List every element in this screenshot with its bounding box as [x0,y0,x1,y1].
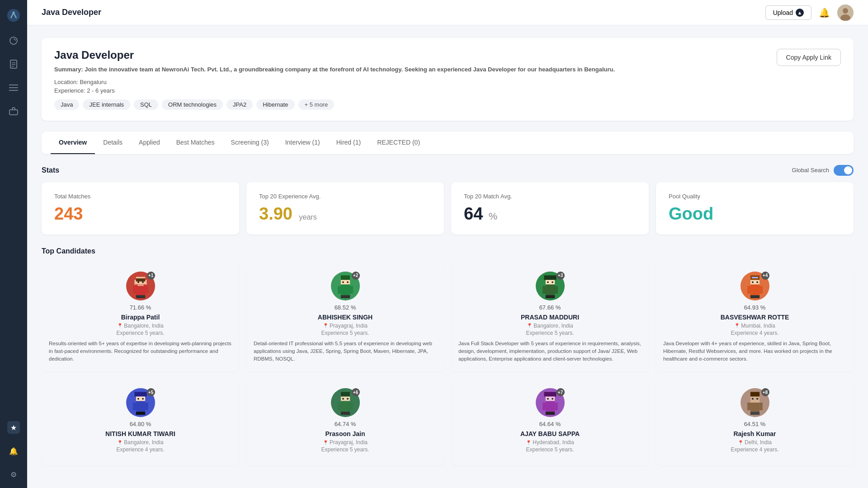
copy-apply-link-button[interactable]: Copy Apply Link [777,49,841,66]
svg-rect-18 [133,286,136,294]
candidate-avatar-wrap: +6 [331,388,360,417]
candidate-match: 64.64 % [539,421,561,427]
candidate-card[interactable]: +2 68.52 % ABHISHEK SINGH 📍Prayagraj, In… [246,263,444,372]
svg-rect-89 [756,398,758,399]
svg-point-2 [10,37,17,44]
avatar-badge: +6 [352,388,360,396]
tab-hired[interactable]: Hired (1) [328,131,369,154]
header: Java Developer Upload ▲ 🔔 [27,0,868,25]
candidate-name: Rajesh Kumar [733,430,776,437]
svg-rect-69 [340,392,349,397]
bell-sidebar-icon[interactable]: 🔔 [7,445,20,457]
candidate-card[interactable]: +4 64.93 % BASVESHWAR ROTTE 📍Mumbai, Ind… [656,263,854,372]
svg-rect-38 [555,286,558,294]
tab-overview[interactable]: Overview [51,131,95,154]
summary-prefix: Summary: [54,66,83,73]
candidate-card[interactable]: +8 64.51 % Rajesh Kumar 📍Delhi, India Ex… [656,379,854,465]
stat-match-avg-label: Top 20 Match Avg. [464,193,636,200]
candidate-location: 📍Bangalore, India [527,323,573,329]
svg-rect-40 [550,295,555,298]
candidate-location: 📍Mumbai, India [734,323,775,329]
list-icon[interactable] [7,81,20,94]
avatar-badge: +7 [557,388,565,396]
svg-rect-62 [142,398,143,399]
svg-rect-53 [752,277,758,278]
candidate-location: 📍Bangalore, India [117,323,163,329]
global-search-toggle[interactable] [834,165,854,176]
tab-screening[interactable]: Screening (3) [223,131,277,154]
svg-rect-83 [747,403,750,410]
svg-rect-20 [136,295,140,298]
job-card: Java Developer Summary: Join the innovat… [42,38,854,121]
candidate-card[interactable]: +1 71.66 % Birappa Patil 📍Bangalore, Ind… [42,263,239,372]
star-active-icon[interactable]: ★ [7,421,20,434]
analytics-icon[interactable] [7,34,20,47]
svg-rect-47 [760,286,763,294]
candidate-card[interactable]: +7 64.64 % AJAY BABU SAPPA 📍Hyderabad, I… [451,379,649,465]
svg-rect-59 [141,412,145,415]
candidate-match: 71.66 % [130,304,151,311]
stats-header: Stats Global Search [42,165,854,176]
tab-details[interactable]: Details [95,131,131,154]
avatar-badge: +4 [761,272,769,280]
svg-rect-70 [342,398,344,399]
global-search-label: Global Search [792,167,829,174]
svg-rect-85 [750,412,755,415]
job-experience: Experience: 2 - 6 years [54,87,841,94]
job-summary: Summary: Join the innovative team at New… [54,65,841,74]
avatar-badge: +1 [147,272,155,280]
candidate-exp: Experience 4 years. [731,446,778,453]
svg-rect-76 [545,412,550,415]
svg-rect-52 [756,281,758,282]
candidate-match: 64.93 % [744,304,766,311]
candidate-avatar-wrap: +4 [741,272,769,300]
svg-rect-37 [542,286,546,294]
user-avatar[interactable] [837,5,854,21]
candidate-exp: Experience 5 years. [321,330,369,336]
notification-bell-icon[interactable]: 🔔 [819,7,830,18]
tab-interview[interactable]: Interview (1) [277,131,328,154]
stat-exp-unit: years [299,213,317,221]
candidate-exp: Experience 4 years. [116,446,164,453]
upload-button[interactable]: Upload ▲ [765,5,811,20]
candidate-name: Prasoon Jain [326,430,365,437]
candidate-exp: Experience 5 years. [321,446,369,453]
svg-rect-23 [137,281,139,282]
settings-icon[interactable]: ⚙ [7,468,20,481]
sidebar-logo[interactable] [5,7,22,23]
job-title: Java Developer [54,49,841,61]
location-pin-icon: 📍 [323,323,328,328]
candidate-match: 67.66 % [539,304,561,311]
document-icon[interactable] [7,58,20,70]
svg-rect-84 [760,403,763,410]
candidate-desc: Results-oriented with 5+ years of expert… [49,340,232,363]
tab-applied[interactable]: Applied [131,131,168,154]
svg-rect-88 [752,398,753,399]
location-pin-icon: 📍 [117,440,123,445]
svg-rect-29 [350,286,353,294]
stat-match-avg: Top 20 Match Avg. 64 % [451,182,649,235]
svg-rect-87 [750,392,759,397]
candidate-exp: Experience 5 years. [526,330,574,336]
candidate-name: Birappa Patil [121,314,160,321]
candidate-exp: Experience 5 years. [116,330,164,336]
candidate-name: NITISH KUMAR TIWARI [105,430,175,437]
candidate-card[interactable]: +5 64.80 % NITISH KUMAR TIWARI 📍Bangalor… [42,379,239,465]
svg-rect-3 [10,60,17,68]
tab-best-matches[interactable]: Best Matches [168,131,223,154]
candidate-location: 📍Prayagraj, India [323,323,368,329]
svg-rect-77 [550,412,555,415]
more-skills-tag[interactable]: + 5 more [298,99,335,110]
candidate-desc: Detail-oriented IT professional with 5.5… [254,340,437,363]
tab-rejected[interactable]: REJECTED (0) [369,131,428,154]
briefcase-icon[interactable] [7,105,20,117]
stat-exp-avg-value: 3.90 years [259,204,431,224]
stat-exp-avg-label: Top 20 Experience Avg. [259,193,431,200]
candidate-name: BASVESHWAR ROTTE [721,314,789,321]
svg-rect-33 [342,281,344,282]
svg-rect-68 [345,412,350,415]
skills-list: Java JEE internals SQL ORM technologies … [54,99,841,110]
location-pin-icon: 📍 [323,440,328,445]
candidate-card[interactable]: +6 64.74 % Prasoon Jain 📍Prayagraj, Indi… [246,379,444,465]
candidate-card[interactable]: +3 67.66 % PRASAD MADDURI 📍Bangalore, In… [451,263,649,372]
